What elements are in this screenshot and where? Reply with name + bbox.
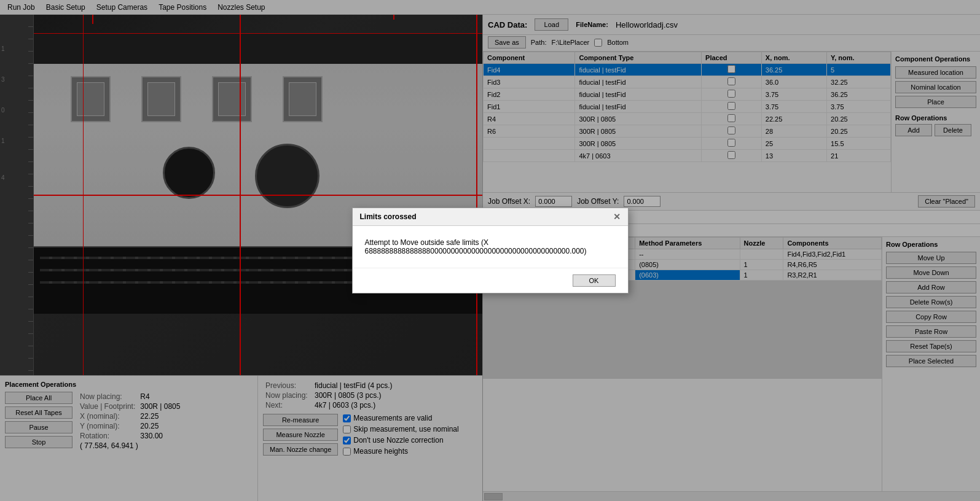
dialog-title: Limits corossed [360,212,417,221]
dialog-title-bar: Limits corossed ✕ [353,208,628,226]
limits-dialog: Limits corossed ✕ Attempt to Move outsid… [352,208,629,293]
dialog-message: Attempt to Move outside safe limits (X 6… [365,238,616,255]
dialog-ok-button[interactable]: OK [573,274,616,287]
dialog-footer: OK [353,268,628,293]
dialog-close-icon[interactable]: ✕ [613,212,621,222]
dialog-body: Attempt to Move outside safe limits (X 6… [353,226,628,268]
dialog-overlay: Limits corossed ✕ Attempt to Move outsid… [0,0,980,501]
